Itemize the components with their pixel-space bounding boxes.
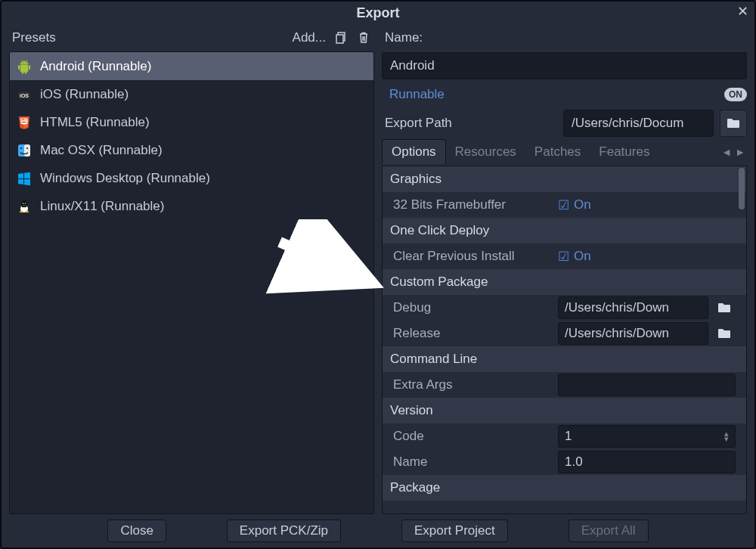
preset-label: HTML5 (Runnable) — [40, 115, 150, 130]
svg-rect-2 — [18, 65, 20, 70]
svg-text:HTML: HTML — [20, 117, 29, 121]
option-version-name: Name 1.0 — [383, 449, 746, 475]
name-label: Name: — [385, 30, 423, 45]
browse-debug-button[interactable] — [713, 296, 736, 319]
option-version-code: Code 1 ▴▾ — [383, 423, 746, 449]
html5-icon: HTML — [16, 114, 33, 131]
preset-label: Mac OSX (Runnable) — [40, 143, 163, 158]
ios-icon: iOS — [16, 86, 33, 103]
preset-item-html5[interactable]: HTML HTML5 (Runnable) — [10, 108, 373, 136]
export-path-row: Export Path /Users/chris/Docum — [382, 109, 747, 138]
svg-rect-1 — [336, 35, 343, 43]
export-project-button[interactable]: Export Project — [401, 520, 508, 542]
runnable-badge[interactable]: ON — [724, 88, 747, 101]
tab-patches[interactable]: Patches — [525, 140, 590, 164]
preset-item-android[interactable]: Android (Runnable) — [10, 52, 373, 80]
export-pck-button[interactable]: Export PCK/Zip — [227, 520, 341, 542]
export-dialog: Export ✕ Presets Add... — [0, 0, 756, 549]
svg-point-15 — [22, 207, 26, 212]
checkbox-clear-prev[interactable]: ☑ — [558, 249, 569, 265]
folder-icon — [717, 302, 731, 313]
section-custom-package: Custom Package — [383, 269, 746, 295]
close-button[interactable]: Close — [107, 520, 166, 542]
preset-label: Windows Desktop (Runnable) — [40, 171, 210, 186]
option-extra-args: Extra Args — [383, 372, 746, 398]
folder-icon — [717, 328, 731, 339]
presets-label: Presets — [12, 30, 56, 45]
runnable-toggle[interactable]: Runnable — [382, 87, 718, 102]
details-pane: Name: Android Runnable ON Export Path /U… — [382, 24, 747, 514]
svg-point-19 — [26, 210, 29, 212]
extra-args-input[interactable] — [558, 374, 736, 396]
name-field-row: Android — [382, 51, 747, 80]
finder-icon — [16, 142, 33, 159]
export-all-button[interactable]: Export All — [569, 520, 649, 542]
preset-label: iOS (Runnable) — [40, 87, 129, 102]
tab-nav-right-icon[interactable]: ► — [733, 146, 747, 158]
tabs: Options Resources Patches Features ◄ ► — [382, 138, 747, 166]
option-clear-previous-install: Clear Previous Install ☑ On — [383, 243, 746, 269]
android-icon — [16, 58, 33, 75]
release-path-input[interactable]: /Users/chris/Down — [558, 322, 708, 345]
tab-options[interactable]: Options — [382, 139, 446, 164]
svg-point-12 — [26, 147, 28, 149]
add-preset-button[interactable]: Add... — [293, 30, 326, 45]
dialog-body: Presets Add... Android (Runnable) — [2, 24, 754, 514]
section-graphics: Graphics — [383, 166, 746, 192]
section-version: Version — [383, 398, 746, 423]
runnable-row: Runnable ON — [382, 80, 747, 109]
presets-header: Presets Add... — [9, 24, 374, 51]
svg-point-4 — [22, 62, 23, 63]
option-32bits-framebuffer: 32 Bits Framebuffer ☑ On — [383, 192, 746, 218]
preset-item-linux[interactable]: Linux/X11 (Runnable) — [10, 192, 373, 220]
windows-icon — [16, 170, 33, 187]
svg-point-14 — [21, 200, 27, 208]
section-package: Package — [383, 475, 746, 501]
preset-label: Android (Runnable) — [40, 59, 151, 74]
name-header: Name: — [382, 24, 747, 51]
checkbox-framebuffer[interactable]: ☑ — [558, 197, 569, 213]
options-panel: Graphics 32 Bits Framebuffer ☑ On One Cl… — [382, 166, 747, 514]
name-input[interactable]: Android — [382, 52, 747, 79]
version-code-spinner[interactable]: 1 ▴▾ — [558, 425, 736, 448]
scrollbar[interactable] — [739, 168, 745, 209]
section-command-line: Command Line — [383, 346, 746, 372]
svg-point-5 — [25, 62, 26, 63]
svg-text:iOS: iOS — [20, 93, 29, 98]
svg-rect-10 — [24, 144, 30, 157]
footer: Close Export PCK/Zip Export Project Expo… — [2, 514, 754, 547]
tab-features[interactable]: Features — [590, 140, 658, 164]
preset-label: Linux/X11 (Runnable) — [40, 199, 164, 214]
tab-resources[interactable]: Resources — [446, 140, 525, 164]
svg-rect-3 — [29, 65, 30, 70]
preset-list: Android (Runnable) iOS iOS (Runnable) HT… — [9, 51, 374, 514]
copy-icon[interactable] — [333, 30, 349, 45]
dialog-title: Export — [356, 5, 399, 21]
options-scroll: Graphics 32 Bits Framebuffer ☑ On One Cl… — [383, 166, 746, 513]
browse-export-path-button[interactable] — [720, 110, 747, 137]
svg-point-17 — [25, 203, 26, 203]
folder-icon — [727, 118, 740, 129]
tab-nav-left-icon[interactable]: ◄ — [720, 146, 733, 158]
titlebar: Export ✕ — [2, 2, 754, 24]
close-icon[interactable]: ✕ — [737, 3, 748, 20]
export-path-input[interactable]: /Users/chris/Docum — [563, 110, 714, 137]
debug-path-input[interactable]: /Users/chris/Down — [558, 296, 708, 319]
browse-release-button[interactable] — [713, 322, 736, 345]
preset-item-windows[interactable]: Windows Desktop (Runnable) — [10, 164, 373, 192]
spinner-icon: ▴▾ — [724, 431, 729, 442]
svg-point-16 — [23, 203, 23, 203]
section-one-click-deploy: One Click Deploy — [383, 218, 746, 243]
export-path-label: Export Path — [382, 116, 557, 131]
tux-icon — [16, 198, 33, 215]
svg-point-18 — [20, 210, 23, 212]
preset-item-ios[interactable]: iOS iOS (Runnable) — [10, 80, 373, 108]
option-release-path: Release /Users/chris/Down — [383, 321, 746, 346]
svg-point-11 — [20, 147, 22, 149]
presets-pane: Presets Add... Android (Runnable) — [9, 24, 374, 514]
preset-item-macosx[interactable]: Mac OSX (Runnable) — [10, 136, 373, 164]
version-name-input[interactable]: 1.0 — [558, 451, 736, 473]
trash-icon[interactable] — [356, 30, 371, 45]
option-debug-path: Debug /Users/chris/Down — [383, 295, 746, 321]
